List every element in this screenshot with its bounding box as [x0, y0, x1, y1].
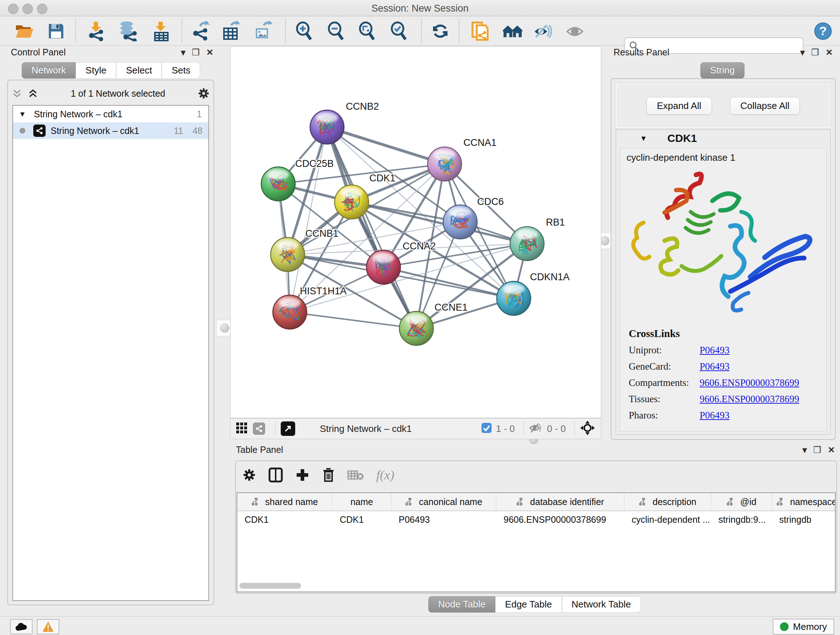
column-header[interactable]: shared name — [237, 493, 332, 510]
delete-column-icon[interactable] — [322, 467, 335, 483]
shared-column-icon — [516, 497, 526, 506]
panel-float-icon[interactable]: ❒ — [811, 48, 819, 57]
hide-selected-icon[interactable] — [533, 21, 553, 41]
panel-close-icon[interactable]: ✕ — [828, 445, 835, 455]
column-header[interactable]: namespace — [772, 493, 836, 510]
collapse-all-icon[interactable] — [11, 88, 22, 99]
network-view-toolbar: String Network – cdk1 1 - 0 0 - 0 — [230, 418, 601, 439]
panel-close-icon[interactable]: ✕ — [826, 48, 833, 57]
cloud-button[interactable] — [10, 619, 33, 634]
table-cell: P06493 — [392, 511, 496, 528]
show-graphics-details-icon[interactable] — [565, 21, 584, 41]
table-cell: cyclin-dependent ... — [624, 511, 711, 528]
column-header[interactable]: description — [624, 493, 711, 510]
network-collection-row[interactable]: ▼ String Network – cdk1 1 — [13, 106, 208, 122]
gene-name: CDK1 — [668, 132, 697, 144]
column-header[interactable]: database identifier — [496, 493, 624, 510]
fit-selected-crosshair-icon[interactable] — [580, 420, 595, 437]
import-network-database-icon[interactable] — [118, 21, 137, 41]
table-cell: 9606.ENSP00000378699 — [496, 511, 624, 528]
network-node-cdkn1a[interactable]: CDKN1A — [497, 272, 570, 315]
add-column-icon[interactable] — [295, 468, 309, 482]
expand-all-button[interactable]: Expand All — [646, 97, 712, 115]
gene-expander-icon[interactable]: ▼ — [640, 134, 647, 143]
toolbar-separator — [275, 421, 276, 436]
crosslink-link[interactable]: P06493 — [699, 410, 729, 421]
tab-sets[interactable]: Sets — [162, 62, 200, 79]
network-options-gear-icon[interactable] — [197, 87, 210, 100]
zoom-in-icon[interactable] — [294, 21, 314, 41]
tab-network[interactable]: Network — [22, 62, 76, 79]
network-edge-count: 48 — [193, 126, 202, 136]
node-table: shared namenamecanonical namedatabase id… — [237, 492, 836, 592]
function-builder-icon[interactable]: f(x) — [376, 467, 394, 483]
warnings-button[interactable] — [37, 619, 59, 634]
selected-count: 1 - 0 — [496, 423, 515, 434]
crosslink-link[interactable]: P06493 — [699, 361, 729, 372]
zoom-out-icon[interactable] — [326, 21, 346, 41]
network-row-selected[interactable]: String Network – cdk1 11 48 — [13, 122, 208, 139]
network-tree: ▼ String Network – cdk1 1 String Network… — [12, 105, 209, 601]
view-grid-icon[interactable] — [236, 423, 247, 435]
node-label: HIST1H1A — [300, 286, 347, 296]
table-horizontal-scrollbar[interactable] — [240, 583, 301, 589]
show-all-nodes-icon[interactable] — [503, 21, 523, 41]
control-panel-title: Control Panel — [11, 47, 65, 57]
expand-all-icon[interactable] — [27, 88, 38, 99]
detach-view-icon[interactable] — [281, 421, 295, 436]
network-node-ccnb2[interactable]: CCNB2 — [310, 101, 379, 144]
duplicate-network-icon[interactable] — [470, 21, 490, 41]
toolbar-separator — [575, 421, 575, 436]
zoom-selected-icon[interactable] — [389, 21, 409, 41]
memory-button[interactable]: Memory — [773, 619, 834, 635]
network-node-rb1[interactable]: RB1 — [510, 217, 565, 261]
export-table-icon[interactable] — [221, 21, 241, 41]
column-header[interactable]: canonical name — [392, 493, 496, 510]
table-panel: Table Panel ▾ ❒ ✕ f(x) shared namenameca… — [230, 445, 840, 616]
table-options-gear-icon[interactable] — [242, 468, 256, 482]
crosslink-link[interactable]: 9606.ENSP00000378699 — [699, 377, 799, 388]
help-icon[interactable]: ? — [813, 21, 833, 41]
column-header[interactable]: @id — [711, 493, 772, 510]
panel-float-icon[interactable]: ❒ — [192, 48, 200, 57]
tab-style[interactable]: Style — [76, 62, 116, 79]
export-image-icon[interactable] — [253, 21, 273, 41]
save-session-icon[interactable] — [46, 21, 66, 41]
collection-expander-icon[interactable]: ▼ — [19, 110, 26, 119]
panel-menu-icon[interactable]: ▾ — [802, 445, 807, 455]
results-panel-title: Results Panel — [614, 47, 669, 57]
table-row[interactable]: CDK1CDK1P064939606.ENSP00000378699cyclin… — [237, 511, 835, 528]
toolbar-separator — [285, 19, 286, 42]
tab-string[interactable]: String — [700, 62, 745, 79]
warning-icon — [42, 621, 54, 632]
zoom-fit-icon[interactable] — [357, 21, 377, 41]
delete-table-icon[interactable] — [347, 469, 364, 481]
tab-edge-table[interactable]: Edge Table — [495, 596, 562, 613]
network-node-hist1h1a[interactable]: HIST1H1A — [273, 286, 347, 329]
panel-menu-icon[interactable]: ▾ — [181, 48, 185, 57]
tab-select[interactable]: Select — [116, 62, 162, 79]
node-label: CCNB1 — [305, 228, 339, 239]
tab-node-table[interactable]: Node Table — [428, 596, 495, 613]
tab-network-table[interactable]: Network Table — [562, 596, 641, 613]
import-network-file-icon[interactable] — [86, 21, 106, 41]
crosslink-link[interactable]: 9606.ENSP00000378699 — [699, 394, 799, 405]
column-header[interactable]: name — [332, 493, 392, 510]
panel-menu-icon[interactable]: ▾ — [800, 48, 805, 57]
crosslink-link[interactable]: P06493 — [699, 345, 729, 356]
gene-section: ▼ CDK1 cyclin-dependent kinase 1 — [616, 130, 831, 435]
network-canvas[interactable]: CCNB2 CCNA1 CDC25B CDK1 CDC6 RB1 CCNB1 C… — [230, 46, 601, 418]
network-node-ccna1[interactable]: CCNA1 — [428, 137, 497, 181]
panel-float-icon[interactable]: ❒ — [813, 445, 821, 455]
selected-checkbox-icon[interactable] — [481, 422, 493, 435]
export-network-icon[interactable] — [191, 21, 210, 41]
panel-close-icon[interactable]: ✕ — [206, 48, 213, 57]
show-columns-icon[interactable] — [268, 467, 283, 483]
import-table-file-icon[interactable] — [151, 21, 171, 41]
collapse-all-button[interactable]: Collapse All — [730, 97, 800, 115]
open-session-icon[interactable] — [14, 21, 34, 41]
network-type-badge-icon[interactable] — [253, 423, 265, 435]
hidden-eye-icon[interactable] — [529, 422, 543, 435]
refresh-view-icon[interactable] — [431, 21, 450, 41]
table-cell: CDK1 — [332, 511, 392, 528]
